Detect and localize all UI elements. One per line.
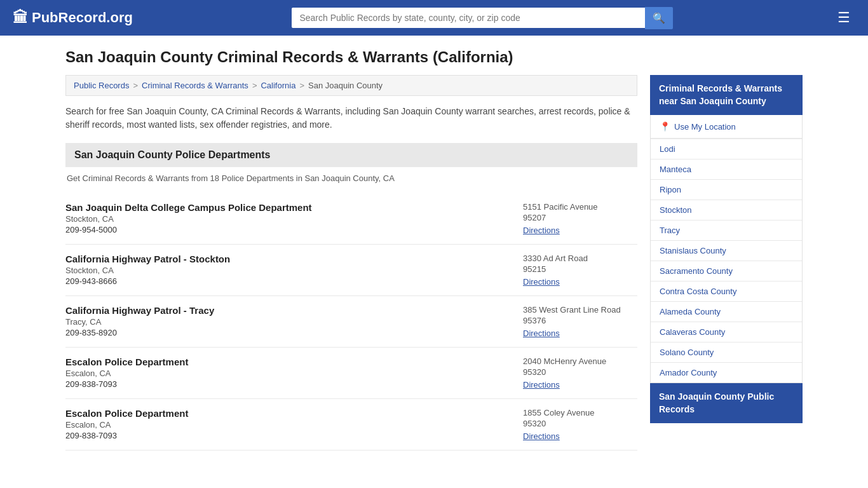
department-row: Escalon Police Department Escalon, CA 20… xyxy=(65,399,637,451)
sidebar-item-link[interactable]: Calaveras County xyxy=(651,322,802,342)
dept-name: California Highway Patrol - Stockton xyxy=(65,254,510,264)
sidebar-item-link[interactable]: Amador County xyxy=(651,363,802,383)
dept-left: San Joaquin Delta College Campus Police … xyxy=(65,202,510,234)
sidebar-list-item[interactable]: Ripon xyxy=(651,180,802,200)
sidebar-list-item[interactable]: Manteca xyxy=(651,159,802,180)
dept-phone: 209-954-5000 xyxy=(65,225,510,234)
sidebar-item-link[interactable]: Lodi xyxy=(651,139,802,159)
logo-icon: 🏛 xyxy=(13,9,28,27)
dept-address: 2040 McHenry Avenue xyxy=(523,356,637,366)
dept-name: California Highway Patrol - Tracy xyxy=(65,305,510,316)
sidebar-list-item[interactable]: Stockton xyxy=(651,200,802,220)
dept-address: 5151 Pacific Avenue xyxy=(523,202,637,212)
dept-zip: 95376 xyxy=(523,316,637,325)
sidebar-item-link[interactable]: Manteca xyxy=(651,159,802,179)
section-header: San Joaquin County Police Departments xyxy=(65,143,637,167)
page-container: San Joaquin County Criminal Records & Wa… xyxy=(53,36,815,451)
dept-address: 385 West Grant Line Road xyxy=(523,305,637,315)
dept-name: San Joaquin Delta College Campus Police … xyxy=(65,202,510,213)
directions-link[interactable]: Directions xyxy=(523,329,560,338)
sidebar-item-link[interactable]: Stockton xyxy=(651,200,802,220)
dept-zip: 95320 xyxy=(523,367,637,377)
dept-phone: 209-943-8666 xyxy=(65,276,510,286)
main-content: Public Records > Criminal Records & Warr… xyxy=(65,75,637,451)
search-input[interactable] xyxy=(292,8,645,28)
sidebar-list-item[interactable]: Alameda County xyxy=(651,302,802,322)
breadcrumb-sep-1: > xyxy=(133,81,138,90)
search-form: 🔍 xyxy=(292,7,673,29)
page-title: San Joaquin County Criminal Records & Wa… xyxy=(65,48,803,66)
dept-city: Tracy, CA xyxy=(65,317,510,327)
directions-link[interactable]: Directions xyxy=(523,277,560,287)
sidebar-list-item[interactable]: Sacramento County xyxy=(651,261,802,281)
dept-left: California Highway Patrol - Stockton Sto… xyxy=(65,254,510,286)
sidebar-list-item[interactable]: Solano County xyxy=(651,342,802,363)
sidebar-section2-header: San Joaquin County Public Records xyxy=(650,383,803,423)
sidebar-list-item[interactable]: Contra Costa County xyxy=(651,281,802,302)
dept-phone: 209-835-8920 xyxy=(65,328,510,337)
use-location-label: Use My Location xyxy=(674,122,736,132)
breadcrumb-california[interactable]: California xyxy=(261,81,295,90)
sidebar-section1-header: Criminal Records & Warrants near San Joa… xyxy=(650,75,803,115)
sidebar-item-link[interactable]: Solano County xyxy=(651,342,802,362)
dept-zip: 95215 xyxy=(523,264,637,274)
dept-city: Escalon, CA xyxy=(65,369,510,378)
breadcrumb: Public Records > Criminal Records & Warr… xyxy=(65,75,637,96)
logo-text: PubRecord.org xyxy=(32,10,133,26)
dept-left: Escalon Police Department Escalon, CA 20… xyxy=(65,356,510,389)
department-row: California Highway Patrol - Tracy Tracy,… xyxy=(65,296,637,348)
dept-right: 385 West Grant Line Road 95376 Direction… xyxy=(510,305,637,338)
sidebar-item-link[interactable]: Alameda County xyxy=(651,302,802,322)
dept-zip: 95207 xyxy=(523,213,637,222)
dept-right: 3330 Ad Art Road 95215 Directions xyxy=(510,254,637,287)
dept-name: Escalon Police Department xyxy=(65,408,510,419)
sidebar-item-link[interactable]: Tracy xyxy=(651,220,802,240)
sidebar-list-item[interactable]: Stanislaus County xyxy=(651,241,802,261)
menu-button[interactable]: ☰ xyxy=(832,7,855,29)
dept-city: Stockton, CA xyxy=(65,266,510,275)
site-header: 🏛 PubRecord.org 🔍 ☰ xyxy=(0,0,868,36)
breadcrumb-sep-3: > xyxy=(299,81,304,90)
location-pin-icon: 📍 xyxy=(660,121,670,132)
dept-city: Escalon, CA xyxy=(65,420,510,430)
content-wrapper: Public Records > Criminal Records & Warr… xyxy=(65,75,803,451)
sidebar-list-item[interactable]: Tracy xyxy=(651,220,802,241)
dept-left: California Highway Patrol - Tracy Tracy,… xyxy=(65,305,510,337)
dept-address: 3330 Ad Art Road xyxy=(523,254,637,263)
sidebar-item-link[interactable]: Contra Costa County xyxy=(651,281,802,301)
department-row: California Highway Patrol - Stockton Sto… xyxy=(65,245,637,296)
sidebar: Criminal Records & Warrants near San Joa… xyxy=(650,75,803,451)
directions-link[interactable]: Directions xyxy=(523,431,560,441)
breadcrumb-current: San Joaquin County xyxy=(308,81,383,90)
search-button[interactable]: 🔍 xyxy=(645,7,673,29)
sidebar-item-link[interactable]: Ripon xyxy=(651,180,802,200)
directions-link[interactable]: Directions xyxy=(523,226,560,235)
sidebar-list-item[interactable]: Lodi xyxy=(651,139,802,159)
dept-phone: 209-838-7093 xyxy=(65,379,510,389)
dept-zip: 95320 xyxy=(523,419,637,428)
sidebar-nearby-section: Criminal Records & Warrants near San Joa… xyxy=(650,75,803,383)
sidebar-nearby-list: 📍 Use My Location LodiMantecaRiponStockt… xyxy=(650,115,803,383)
site-logo[interactable]: 🏛 PubRecord.org xyxy=(13,9,133,27)
dept-right: 5151 Pacific Avenue 95207 Directions xyxy=(510,202,637,235)
dept-left: Escalon Police Department Escalon, CA 20… xyxy=(65,408,510,440)
breadcrumb-criminal-records[interactable]: Criminal Records & Warrants xyxy=(142,81,248,90)
dept-address: 1855 Coley Avenue xyxy=(523,408,637,417)
department-row: San Joaquin Delta College Campus Police … xyxy=(65,193,637,245)
departments-list: San Joaquin Delta College Campus Police … xyxy=(65,193,637,451)
sidebar-use-location[interactable]: 📍 Use My Location xyxy=(651,115,802,139)
breadcrumb-sep-2: > xyxy=(252,81,257,90)
sidebar-item-link[interactable]: Sacramento County xyxy=(651,261,802,281)
department-row: Escalon Police Department Escalon, CA 20… xyxy=(65,348,637,399)
breadcrumb-public-records[interactable]: Public Records xyxy=(74,81,129,90)
sidebar-item-link[interactable]: Stanislaus County xyxy=(651,241,802,261)
sidebar-list-item[interactable]: Amador County xyxy=(651,363,802,383)
dept-city: Stockton, CA xyxy=(65,214,510,224)
dept-phone: 209-838-7093 xyxy=(65,431,510,440)
page-description: Search for free San Joaquin County, CA C… xyxy=(65,105,637,132)
dept-name: Escalon Police Department xyxy=(65,356,510,367)
directions-link[interactable]: Directions xyxy=(523,380,560,390)
section-subtext: Get Criminal Records & Warrants from 18 … xyxy=(65,173,637,183)
sidebar-list-item[interactable]: Calaveras County xyxy=(651,322,802,342)
sidebar-use-location-item[interactable]: 📍 Use My Location xyxy=(651,115,802,139)
